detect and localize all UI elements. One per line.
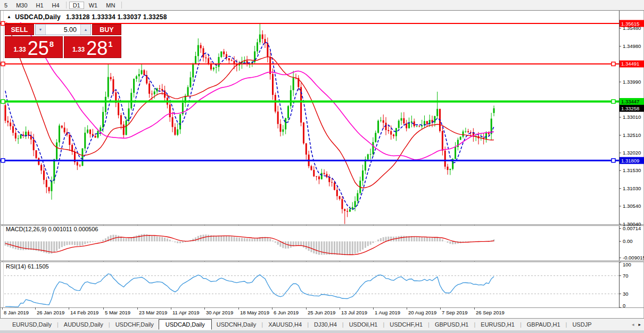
panel-separators[interactable]: [0, 224, 644, 308]
buy-price-big: 28: [86, 39, 108, 57]
price-tick: 1.31030: [623, 185, 641, 191]
date-label: 6 Jun 2019: [274, 310, 299, 315]
date-label: 25 Jun 2019: [308, 310, 335, 315]
chevron-up-icon: ▲: [84, 28, 88, 31]
volume-spinner: ▼ 5.00 ▲: [35, 24, 91, 35]
price-badge: 1.35615: [621, 21, 639, 27]
one-click-trading-panel: SELL ▼ 5.00 ▲ BUY 1.33 25 8 1.33 28 1: [5, 24, 121, 58]
macd-tick: 0.00: [623, 238, 633, 244]
volume-decrease-button[interactable]: ▼: [36, 25, 46, 35]
price-tick: 1.32510: [623, 132, 641, 138]
price-tick: 1.33010: [623, 114, 641, 120]
price-tick: 1.34980: [623, 43, 641, 49]
date-label: 5 Mar 2019: [105, 310, 130, 315]
line-handle[interactable]: [612, 100, 615, 103]
date-label: 11 Apr 2019: [172, 310, 200, 315]
chart-tab-usdoil-h1[interactable]: USDOil,H1: [344, 320, 383, 329]
date-label: 26 Sep 2019: [476, 310, 505, 315]
price-badge: 1.34491: [621, 61, 639, 67]
line-handle[interactable]: [612, 62, 615, 66]
chart-tab-gbpusd-h1[interactable]: GBPUSD,H1: [430, 320, 474, 329]
chart-header: ▲USDCAD,Daily1.33128 1.33334 1.33037 1.3…: [7, 13, 167, 21]
chart-tab-xauusd-h4[interactable]: XAUUSD,H4: [263, 320, 307, 329]
line-handle[interactable]: [1, 159, 5, 163]
rsi-panel: 10070300: [4, 262, 631, 308]
buy-price-prefix: 1.33: [72, 46, 85, 53]
timeframe-button-d1[interactable]: D1: [69, 2, 84, 9]
line-handle[interactable]: [612, 159, 615, 163]
timeframe-button-h1[interactable]: H1: [32, 2, 47, 9]
chart-tab-usdcnh-daily[interactable]: USDCNH,Daily: [212, 320, 261, 329]
timeframe-button-mn[interactable]: MN: [102, 2, 119, 9]
price-badge: 1.31809: [621, 158, 639, 164]
macd-panel: 0.007140.00-0.009015: [5, 225, 644, 261]
tab-scroll-controls: ◂▸: [632, 322, 644, 327]
date-label: 20 Aug 2019: [408, 310, 436, 315]
sell-price-pip: 8: [49, 39, 54, 48]
chart-tab-usdjp[interactable]: USDJP: [567, 320, 596, 329]
price-badge: 1.33447: [621, 99, 639, 104]
line-handle[interactable]: [1, 100, 5, 103]
volume-input[interactable]: 5.00: [46, 25, 80, 35]
date-label: 23 Mar 2019: [139, 310, 167, 315]
chart-tab-eurusd-daily[interactable]: EURUSD,Daily: [7, 320, 56, 329]
date-label: 30 Apr 2019: [206, 310, 233, 315]
sell-price-big: 25: [28, 39, 49, 57]
date-label: 1 Aug 2019: [375, 310, 400, 315]
rsi-indicator-label: RSI(14) 61.1505: [6, 263, 49, 270]
macd-indicator-label: MACD(12,26,9) 0.001011 0.000506: [6, 226, 98, 232]
volume-increase-button[interactable]: ▲: [80, 25, 90, 35]
sell-price-button[interactable]: 1.33 25 8: [5, 36, 63, 58]
collapse-panel-icon[interactable]: ▲: [7, 14, 11, 19]
price-tick: 1.32020: [623, 150, 641, 156]
price-badge: 1.33258: [621, 105, 639, 111]
rsi-tick: 100: [623, 262, 631, 267]
chart-tab-usdchf-daily[interactable]: USDCHF,Daily: [111, 320, 159, 329]
bottom-strip: [0, 330, 644, 333]
timeframe-button-h4[interactable]: H4: [48, 2, 63, 9]
chart-ohlc-values: 1.33128 1.33334 1.33037 1.33258: [66, 13, 167, 21]
buy-price-pip: 1: [108, 39, 112, 48]
toolbar-divider: [121, 2, 122, 9]
buy-button[interactable]: BUY: [92, 24, 121, 35]
macd-tick: 0.00714: [623, 225, 641, 231]
rsi-tick: 0: [623, 303, 625, 308]
mt4-terminal: 5M30H1H4D1W1MN 1.354801.349801.339901.33…: [0, 0, 644, 333]
sell-button[interactable]: SELL: [5, 24, 34, 35]
tab-scroll-right-icon[interactable]: ▸: [638, 322, 641, 327]
chart-tab-audusd-daily[interactable]: AUDUSD,Daily: [59, 320, 108, 329]
timeframe-toolbar: 5M30H1H4D1W1MN: [0, 0, 644, 10]
date-label: 7 Sep 2019: [442, 310, 468, 315]
chart-window: 1.354801.349801.339901.330101.325101.320…: [0, 10, 644, 318]
price-tick: 1.33990: [623, 79, 641, 85]
chart-tab-usdchf-h1[interactable]: USDCHF,H1: [385, 320, 427, 329]
line-handle[interactable]: [1, 62, 5, 66]
date-label: 14 Feb 2019: [70, 310, 98, 315]
tab-scroll-left-icon[interactable]: ◂: [632, 322, 634, 327]
timeframe-button-5[interactable]: 5: [1, 2, 11, 9]
sell-price-prefix: 1.33: [13, 46, 26, 53]
rsi-tick: 30: [623, 291, 629, 297]
line-handle[interactable]: [1, 22, 5, 26]
timeframe-button-w1[interactable]: W1: [85, 2, 102, 9]
chart-tab-dj30-h4[interactable]: DJ30,H4: [309, 320, 342, 329]
toolbar-divider: [66, 2, 67, 9]
chart-tabbar: EURUSD,Daily|AUDUSD,Daily|USDCHF,DailyUS…: [0, 318, 644, 330]
chart-symbol-label: USDCAD,Daily: [15, 13, 61, 21]
buy-price-button[interactable]: 1.33 28 1: [64, 36, 122, 58]
macd-tick: -0.009015: [623, 255, 644, 261]
date-label: 8 Jan 2019: [4, 310, 29, 315]
date-label: 13 Jul 2019: [341, 310, 367, 315]
timeframe-button-m30[interactable]: M30: [12, 2, 31, 9]
chart-tab-eurusd-h1[interactable]: EURUSD,H1: [476, 320, 519, 329]
rsi-line: [5, 274, 494, 307]
chart-tab-usdcad-daily[interactable]: USDCAD,Daily: [159, 319, 212, 330]
date-label: 26 Jan 2019: [37, 310, 64, 315]
chevron-down-icon: ▼: [39, 28, 43, 31]
price-axis[interactable]: 1.354801.349801.339901.330101.325101.320…: [619, 20, 644, 227]
macd-signal-line: [5, 235, 494, 255]
chart-tab-gbpaud-h1[interactable]: GBPAUD,H1: [522, 320, 565, 329]
price-tick: 1.30540: [623, 203, 641, 209]
rsi-tick: 70: [623, 273, 629, 279]
price-tick: 1.31530: [623, 167, 641, 173]
